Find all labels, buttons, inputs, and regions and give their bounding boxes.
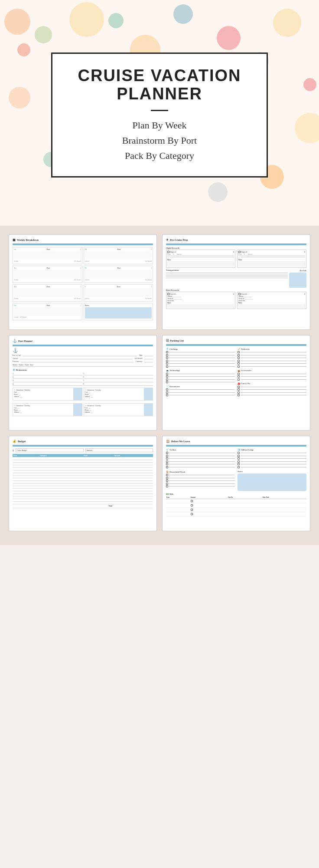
activity-grid: ① Attraction / Activity Notes Cost: ___ … xyxy=(13,388,153,416)
itinerary-field: Itinerary xyxy=(85,448,153,452)
main-title: CRUISE VACATION PLANNER xyxy=(74,67,245,103)
documents-title: 📄 Documents xyxy=(166,385,235,388)
flight-row: Flight #1 $ From To Layover → Notes xyxy=(166,250,306,268)
carryon-section: 🎒 Carry On xyxy=(238,382,306,397)
accessories-section: 👜 Accessories xyxy=(238,369,306,381)
flight-box-1: Flight #1 $ From To Layover → Notes xyxy=(166,250,235,268)
pre-cruise-blue-bar xyxy=(166,243,306,245)
pages-row-2: ⚓ Port Planner ⚓ Port of Call Date Arriv… xyxy=(9,335,310,431)
day-cell-tu: Tu Port / Arrival All Aboard xyxy=(13,266,82,283)
household-section: 🏠 Household/Work xyxy=(166,470,235,491)
carryon-title: 🎒 Carry On xyxy=(238,382,306,385)
table-row xyxy=(166,512,306,516)
col-amount: Amount xyxy=(113,454,153,457)
budget-title-bar: 💰 Budget xyxy=(13,440,153,443)
pre-cruise-title-bar: ✈ Pre-Cruise Prep xyxy=(166,238,306,242)
packing-columns: 👕 Clothing 💻 Techn xyxy=(166,348,306,398)
clothing-title: 👕 Clothing xyxy=(166,348,235,350)
before-leave-title: Before We Leave xyxy=(171,440,190,443)
packing-right: 🪥 Toiletries 👜 Acc xyxy=(238,348,306,398)
flight-research-label: Flight Research: xyxy=(166,247,306,249)
port-planner-page: ⚓ Port Planner ⚓ Port of Call Date Arriv… xyxy=(9,335,157,431)
port-planner-blue-bar xyxy=(13,345,153,346)
flight-research-section: Flight Research: Flight #1 $ From To Lay… xyxy=(166,247,306,268)
table-row xyxy=(166,503,306,508)
col-item: Item xyxy=(13,454,39,457)
weekly-breakdown-page: ▦ Weekly Breakdown Su Port / Arriv xyxy=(9,234,157,330)
notes-section: Notes xyxy=(238,470,306,491)
packing-blue-bar xyxy=(166,344,306,346)
accessories-title: 👜 Accessories xyxy=(238,369,306,372)
pre-cruise-page: ✈ Pre-Cruise Prep Flight Research: Fligh… xyxy=(162,234,310,330)
budget-header-row: Item Category Paid? Amount xyxy=(13,454,153,457)
hotel-row: Hotel #1 $ Address ___________ Check In:… xyxy=(166,292,306,309)
to-buy-section: 🛒 To Buy xyxy=(166,448,235,469)
technology-section: 💻 Technology xyxy=(166,369,235,384)
cruise-budget-field: Cruise Budget xyxy=(16,448,84,452)
transportation-label: Transportation xyxy=(166,269,179,271)
subtitle-line-3: Pack By Category xyxy=(74,148,245,163)
activity-box-1: ① Attraction / Activity Notes Cost: ___ … xyxy=(13,388,82,401)
hotel-box-2: Hotel #2 $ Address ___________ Check In:… xyxy=(237,292,306,309)
packing-list-page: ☑ Packing List 👕 Clothing xyxy=(162,335,310,431)
day-cell-w: W Port / Arrival All Aboard xyxy=(84,266,153,283)
toiletries-title: 🪥 Toiletries xyxy=(238,348,306,350)
hotel-research-label: Hotel Research: xyxy=(166,289,306,291)
before-leave-page: 🏠 Before We Leave 🛒 To Buy xyxy=(162,436,310,531)
title-divider xyxy=(151,110,168,111)
day-cell-m: M Port / Arrival All Aboard xyxy=(84,247,153,264)
port-planner-title-bar: ⚓ Port Planner xyxy=(13,339,153,343)
table-row xyxy=(166,508,306,512)
day-cell-su: Su Port / Arrival All Aboard xyxy=(13,247,82,264)
title-section: CRUISE VACATION PLANNER Plan By Week Bra… xyxy=(0,0,319,226)
bills-section: 💵 Bills Item Amount Due By Date Paid xyxy=(166,493,306,516)
subtitle-line-2: Brainstorm By Port xyxy=(74,133,245,148)
port-planner-title: Port Planner xyxy=(18,340,33,342)
before-leave-title-bar: 🏠 Before We Leave xyxy=(166,440,306,443)
activity-box-2: ② Attraction / Activity Notes Cost: ___ … xyxy=(84,388,153,401)
hotel-box-1: Hotel #1 $ Address ___________ Check In:… xyxy=(166,292,235,309)
title-box: CRUISE VACATION PLANNER Plan By Week Bra… xyxy=(51,53,268,178)
budget-blue-bar xyxy=(13,445,153,447)
technology-title: 💻 Technology xyxy=(166,369,235,372)
notes-box xyxy=(238,473,306,491)
brainstorm-label: Brainstorm xyxy=(16,369,27,371)
packing-title: Packing List xyxy=(170,339,184,342)
col-paid: Paid? xyxy=(83,454,113,457)
activity-box-3: ③ Attraction / Activity Notes Cost: ___ … xyxy=(13,403,82,416)
bills-table: Item Amount Due By Date Paid xyxy=(166,496,306,516)
pages-row-3: 💰 Budget $ Cruise Budget Itinerary Item … xyxy=(9,436,310,531)
total-row: Total xyxy=(13,504,153,508)
packing-left: 👕 Clothing 💻 Techn xyxy=(166,348,235,398)
toiletries-section: 🪥 Toiletries xyxy=(238,348,306,368)
day-cell-f: F Port / Arrival All Aboard xyxy=(84,284,153,302)
pier-info-label: Pier Info xyxy=(300,270,306,272)
hotel-research-section: Hotel Research: Hotel #1 $ Address _____… xyxy=(166,289,306,309)
fridge-section: 🧊 Still in Fridge xyxy=(238,448,306,469)
packing-title-bar: ☑ Packing List xyxy=(166,339,306,342)
col-category: Category xyxy=(39,454,83,457)
pages-row-1: ▦ Weekly Breakdown Su Port / Arriv xyxy=(9,234,310,330)
subtitle: Plan By Week Brainstorm By Port Pack By … xyxy=(74,118,245,164)
budget-page: 💰 Budget $ Cruise Budget Itinerary Item … xyxy=(9,436,157,531)
weekly-blue-bar xyxy=(13,243,153,245)
day-cell-sa: Sa Port / Arrival All Aboard xyxy=(13,303,82,320)
documents-section: 📄 Documents xyxy=(166,385,235,396)
pier-info-box xyxy=(289,273,306,288)
activity-box-4: ④ Attraction / Activity Notes Cost: ___ … xyxy=(84,403,153,416)
weekly-title-bar: ▦ Weekly Breakdown xyxy=(13,238,153,242)
pages-container: ▦ Weekly Breakdown Su Port / Arriv xyxy=(0,226,319,545)
table-row xyxy=(166,499,306,503)
flight-box-2: Flight #2 $ From To Layover → Notes xyxy=(237,250,306,268)
notes-cell: Notes xyxy=(84,303,153,320)
day-cell-th: Th Port / Arrival All Aboard xyxy=(13,284,82,302)
budget-title: Budget xyxy=(18,440,26,443)
before-leave-blue-bar xyxy=(166,445,306,447)
budget-table: Item Category Paid? Amount xyxy=(13,454,153,508)
transportation-section: Transportation Pier Info xyxy=(166,269,306,288)
weekly-grid: Su Port / Arrival All Aboard xyxy=(13,247,153,302)
pre-cruise-title: Pre-Cruise Prep xyxy=(170,239,188,241)
clothing-section: 👕 Clothing xyxy=(166,348,235,368)
subtitle-line-1: Plan By Week xyxy=(74,118,245,133)
weekly-title: Weekly Breakdown xyxy=(17,239,39,241)
